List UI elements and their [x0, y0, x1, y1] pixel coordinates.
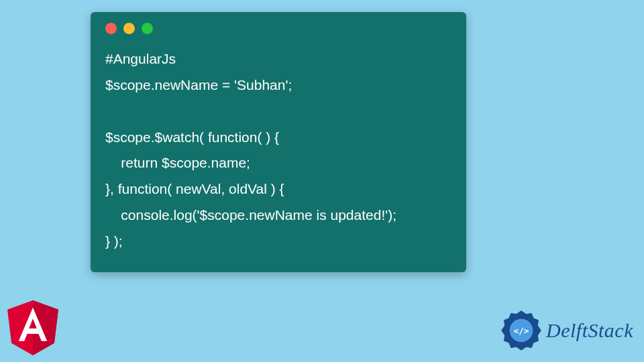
- window-controls: [105, 23, 451, 34]
- code-line: $scope.$watch( function( ) {: [105, 129, 279, 145]
- code-line: console.log('$scope.newName is updated!'…: [105, 207, 396, 223]
- angular-logo-icon: [7, 300, 59, 355]
- code-line: #AngularJs: [105, 51, 176, 66]
- code-block: #AngularJs $scope.newName = 'Subhan'; $s…: [105, 46, 451, 255]
- delftstack-badge-icon: </>: [500, 310, 542, 351]
- code-window: #AngularJs $scope.newName = 'Subhan'; $s…: [91, 12, 466, 272]
- code-line: return $scope.name;: [105, 155, 250, 170]
- maximize-icon: [142, 23, 153, 34]
- minimize-icon: [123, 23, 135, 34]
- svg-text:</>: </>: [514, 326, 529, 336]
- code-line: } );: [105, 233, 123, 249]
- close-icon: [105, 23, 117, 34]
- code-line: $scope.newName = 'Subhan';: [105, 77, 292, 93]
- brand-name: DelftStack: [546, 319, 633, 342]
- code-line: }, function( newVal, oldVal ) {: [105, 181, 284, 196]
- delftstack-logo: </> DelftStack: [500, 310, 633, 351]
